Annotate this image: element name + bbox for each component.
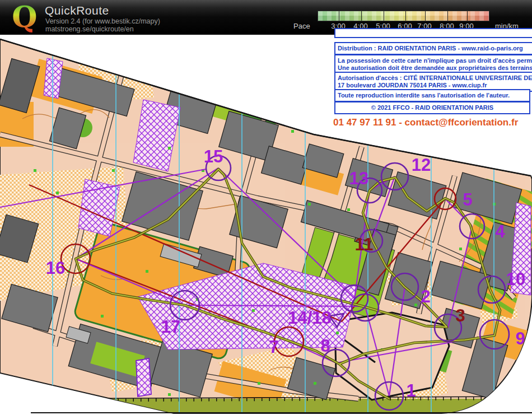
notice-autorisation-line1: Autorisation d'accès : CITÉ INTERNATIONA… — [338, 74, 532, 82]
version-line: Version 2.4 (for www.bestik.cz/mapy) — [45, 17, 160, 25]
notice-copyright: © 2021 FFCO - RAID ORIENTATION PARIS — [334, 101, 530, 114]
pace-tick — [384, 11, 384, 21]
notice-distribution: Distribution : RAID ORIENTATION PARIS - … — [334, 42, 532, 55]
control-number-7: 7 — [269, 337, 278, 357]
pace-tick — [361, 11, 362, 21]
notice-possession-line1: La possession de cette carte n'implique … — [338, 57, 532, 64]
control-number-3: 3 — [455, 306, 465, 325]
control-number-15: 15 — [204, 147, 223, 166]
control-number-5: 5 — [463, 190, 472, 209]
control-number-12: 12 — [412, 155, 431, 175]
pace-tick — [467, 11, 468, 21]
quickroute-window: Q QuickRoute Version 2.4 (for www.bestik… — [0, 0, 532, 415]
pace-tick — [405, 11, 406, 21]
control-number-8: 8 — [320, 336, 330, 356]
control-number-13: 13 — [349, 169, 368, 188]
logo-letter: Q — [12, 2, 37, 34]
control-number-2: 2 — [421, 287, 430, 306]
pace-tick — [447, 11, 448, 21]
pace-tick — [339, 11, 339, 21]
control-number-11: 11 — [355, 235, 374, 254]
notice-possession-line2: Une autorisation doit être demandée aux … — [338, 64, 532, 72]
pace-tick — [425, 11, 426, 21]
pace-gradient-bar — [318, 11, 489, 21]
contact-line: 01 47 97 11 91 - contact@ffcorientation.… — [333, 117, 518, 128]
quickroute-logo-icon: Q — [11, 2, 38, 34]
control-number-4: 4 — [495, 222, 505, 241]
app-title: QuickRoute — [45, 4, 109, 17]
control-number-14-18: 14/18 — [288, 308, 332, 328]
notice-box-clipped — [334, 28, 532, 38]
app-url: matstroeng.se/quickroute/en — [45, 25, 134, 33]
control-number-1: 1 — [406, 381, 416, 400]
control-number-9: 9 — [515, 329, 525, 348]
control-number-10: 10 — [506, 269, 525, 289]
notice-reproduction: Toute reproduction interdite sans l'auto… — [334, 89, 530, 102]
pace-legend-label: Pace — [293, 22, 310, 30]
control-number-16: 16 — [46, 258, 65, 278]
control-number-17: 17 — [161, 317, 180, 337]
map-canvas[interactable]: 1 2 3 4 5 7 8 9 10 11 12 13 14/18 15 16 … — [0, 35, 532, 415]
notice-autorisation-line2: 17 boulevard JOURDAN 75014 PARIS - www.c… — [338, 82, 532, 89]
